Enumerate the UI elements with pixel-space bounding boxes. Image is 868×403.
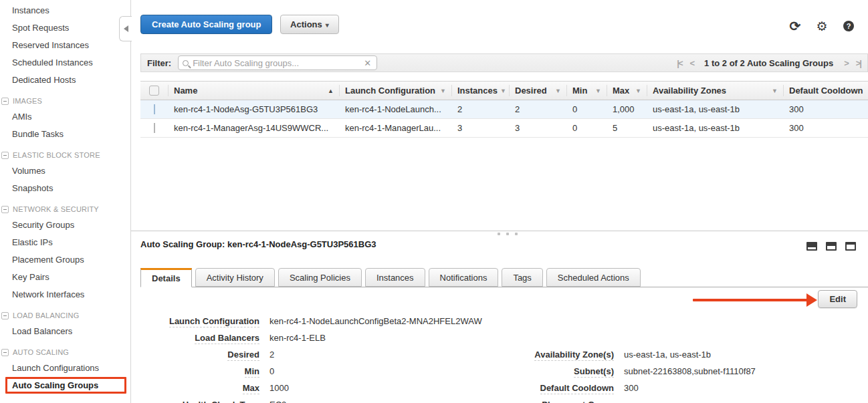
pane-layout-icons bbox=[806, 242, 856, 251]
sort-desc-icon[interactable]: ▼ bbox=[772, 88, 778, 94]
row-checkbox[interactable] bbox=[154, 104, 155, 114]
collapse-left-icon bbox=[124, 25, 128, 32]
sidebar-item-label: Auto Scaling Groups bbox=[12, 380, 98, 390]
sidebar-item-label: Spot Requests bbox=[12, 23, 69, 33]
sidebar-item-load-balancers[interactable]: Load Balancers bbox=[0, 323, 130, 339]
select-all-checkbox-cell[interactable] bbox=[140, 85, 169, 96]
sidebar-item-label: Reserved Instances bbox=[12, 40, 89, 50]
field-value: 0 bbox=[269, 366, 274, 376]
sidebar-item-placement-groups[interactable]: Placement Groups bbox=[0, 252, 130, 267]
refresh-icon[interactable]: ⟳ bbox=[789, 20, 801, 32]
sidebar-item-dedicated-hosts[interactable]: Dedicated Hosts bbox=[0, 72, 130, 88]
sidebar-item-spot-requests[interactable]: Spot Requests bbox=[0, 20, 130, 35]
filter-searchbox[interactable]: ✕ bbox=[178, 55, 377, 70]
field-row-placement-group: Placement Group bbox=[528, 396, 863, 403]
actions-button[interactable]: Actions▾ bbox=[280, 15, 339, 34]
field-label: Min bbox=[140, 366, 259, 376]
tab-label: Details bbox=[152, 273, 181, 283]
detail-fields-right: Availability Zone(s)us-east-1a, us-east-… bbox=[528, 313, 863, 403]
collapse-minus-icon bbox=[1, 206, 9, 213]
field-label: Subnet(s) bbox=[528, 366, 614, 376]
actions-button-label: Actions bbox=[290, 19, 322, 29]
sidebar-collapse-button[interactable] bbox=[119, 16, 132, 41]
column-header-availability-zones[interactable]: Availability Zones▼ bbox=[647, 85, 784, 96]
sort-desc-icon[interactable]: ▼ bbox=[500, 88, 506, 94]
row-checkbox[interactable] bbox=[154, 123, 155, 133]
sidebar-item-label: Elastic IPs bbox=[12, 237, 53, 247]
table-row[interactable]: ken-rc4-1-ManagerAsg-14US9WWCR...ken-rc4… bbox=[140, 119, 868, 138]
sidebar-item-snapshots[interactable]: Snapshots bbox=[0, 180, 130, 196]
search-icon bbox=[183, 60, 189, 66]
tab-scheduled-actions[interactable]: Scheduled Actions bbox=[546, 268, 641, 287]
field-label-text: Placement Group bbox=[542, 400, 614, 403]
detail-tabs: DetailsActivity HistoryScaling PoliciesI… bbox=[140, 269, 868, 287]
sort-asc-icon[interactable]: ▲ bbox=[328, 88, 334, 94]
edit-button[interactable]: Edit bbox=[818, 290, 857, 308]
cell-text: 0 bbox=[572, 104, 577, 114]
select-all-checkbox[interactable] bbox=[149, 86, 159, 96]
field-label-text: Min bbox=[245, 366, 259, 378]
sort-desc-icon[interactable]: ▼ bbox=[595, 88, 601, 94]
cell-text: us-east-1a, us-east-1b bbox=[653, 104, 740, 114]
sidebar-section-network-security[interactable]: NETWORK & SECURITY bbox=[1, 205, 130, 213]
sidebar-item-volumes[interactable]: Volumes bbox=[0, 163, 130, 178]
tab-label: Activity History bbox=[207, 273, 263, 283]
sort-desc-icon[interactable]: ▼ bbox=[635, 88, 641, 94]
sidebar-item-reserved-instances[interactable]: Reserved Instances bbox=[0, 37, 130, 53]
column-header-instances[interactable]: Instances▼ bbox=[452, 85, 510, 96]
sort-desc-icon[interactable]: ▼ bbox=[555, 88, 561, 94]
first-page-icon[interactable]: |< bbox=[677, 58, 681, 68]
cell-desired: 2 bbox=[510, 104, 567, 114]
column-header-default-cooldown[interactable]: Default Cooldown bbox=[784, 85, 868, 96]
field-label-text: Max bbox=[243, 383, 259, 394]
column-header-desired[interactable]: Desired▼ bbox=[510, 85, 567, 96]
sidebar-item-network-interfaces[interactable]: Network Interfaces bbox=[0, 287, 130, 302]
sidebar-item-amis[interactable]: AMIs bbox=[0, 109, 130, 124]
sidebar-item-security-groups[interactable]: Security Groups bbox=[0, 217, 130, 233]
filter-input[interactable] bbox=[193, 58, 362, 68]
column-header-min[interactable]: Min▼ bbox=[567, 85, 607, 96]
pane-medium-icon[interactable] bbox=[826, 242, 837, 251]
tab-activity-history[interactable]: Activity History bbox=[195, 268, 275, 287]
cell-text: 3 bbox=[457, 123, 462, 133]
tab-scaling-policies[interactable]: Scaling Policies bbox=[278, 268, 362, 287]
pane-large-icon[interactable] bbox=[845, 242, 856, 251]
gear-icon[interactable]: ⚙ bbox=[816, 20, 828, 32]
tab-instances[interactable]: Instances bbox=[365, 268, 425, 287]
sidebar-item-scheduled-instances[interactable]: Scheduled Instances bbox=[0, 55, 130, 70]
sidebar-item-auto-scaling-groups[interactable]: Auto Scaling Groups bbox=[0, 378, 130, 393]
cell-default-cooldown: 300 bbox=[784, 104, 868, 114]
help-icon[interactable]: ? bbox=[843, 20, 855, 32]
sidebar-section-load-balancing[interactable]: LOAD BALANCING bbox=[1, 311, 130, 319]
sort-desc-icon[interactable]: ▼ bbox=[440, 88, 446, 94]
create-auto-scaling-group-button[interactable]: Create Auto Scaling group bbox=[140, 15, 272, 34]
sidebar-section-images[interactable]: IMAGES bbox=[1, 97, 130, 105]
sidebar-section-auto-scaling[interactable]: AUTO SCALING bbox=[1, 348, 130, 356]
last-page-icon[interactable]: >| bbox=[856, 58, 861, 68]
field-row-max: Max1000 bbox=[140, 380, 515, 396]
sidebar-section-elastic-block-store[interactable]: ELASTIC BLOCK STORE bbox=[1, 151, 130, 159]
cell-availability-zones: us-east-1a, us-east-1b bbox=[647, 123, 784, 133]
column-header-name[interactable]: Name▲ bbox=[169, 85, 340, 96]
column-header-max[interactable]: Max▼ bbox=[607, 85, 647, 96]
panel-splitter[interactable] bbox=[131, 231, 868, 231]
sidebar-item-elastic-ips[interactable]: Elastic IPs bbox=[0, 235, 130, 250]
column-header-launch-configuration[interactable]: Launch Configuration▼ bbox=[340, 85, 452, 96]
cell-default-cooldown: 300 bbox=[784, 123, 868, 133]
drag-handle-icon[interactable] bbox=[498, 233, 518, 235]
tab-notifications[interactable]: Notifications bbox=[429, 268, 499, 287]
cell-text: 300 bbox=[789, 104, 804, 114]
tab-tags[interactable]: Tags bbox=[502, 268, 542, 287]
pane-small-icon[interactable] bbox=[806, 242, 817, 251]
sidebar-item-launch-configurations[interactable]: Launch Configurations bbox=[0, 360, 130, 376]
next-page-icon[interactable]: > bbox=[844, 58, 848, 68]
sidebar-item-instances[interactable]: Instances bbox=[0, 3, 130, 18]
prev-page-icon[interactable]: < bbox=[689, 58, 693, 68]
column-header-label: Availability Zones bbox=[653, 86, 726, 96]
clear-filter-icon[interactable]: ✕ bbox=[362, 58, 372, 68]
sidebar-item-bundle-tasks[interactable]: Bundle Tasks bbox=[0, 126, 130, 142]
sidebar-item-key-pairs[interactable]: Key Pairs bbox=[0, 269, 130, 285]
cell-text: 0 bbox=[572, 123, 577, 133]
tab-details[interactable]: Details bbox=[140, 268, 192, 287]
table-row[interactable]: ken-rc4-1-NodeAsg-G5TU3P561BG3ken-rc4-1-… bbox=[140, 100, 868, 119]
